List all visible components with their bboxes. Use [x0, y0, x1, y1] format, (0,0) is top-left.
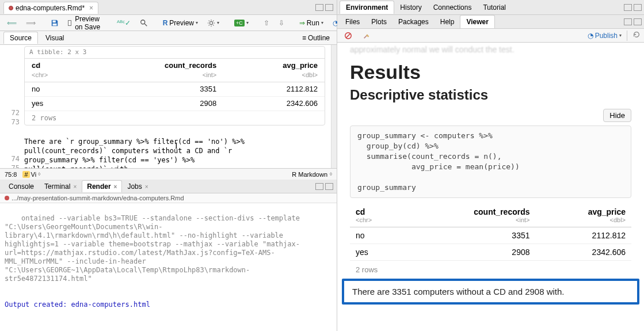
chevron-icon[interactable]: ◊ — [38, 172, 40, 177]
tab-jobs[interactable]: Jobs× — [122, 180, 153, 192]
find-button[interactable] — [136, 17, 151, 29]
svg-line-12 — [213, 20, 214, 21]
viewer-body[interactable]: approximately normal we will conduct the… — [337, 43, 644, 331]
forward-button[interactable]: ⟹ — [22, 17, 39, 29]
outline-button[interactable]: ≡ Outline — [299, 32, 333, 44]
viewer-table: cd<chr> count_records<int> avg_price<dbl… — [350, 204, 631, 261]
tab-plots[interactable]: Plots — [365, 16, 393, 28]
cutoff-text: approximately normal we will conduct the… — [346, 43, 635, 56]
refresh-button[interactable] — [632, 31, 641, 40]
viewer-h1: Results — [350, 61, 631, 83]
chunk-icon: +C — [234, 20, 245, 26]
run-button[interactable]: ⇒ Run ▾ — [296, 17, 327, 29]
save-icon — [51, 19, 59, 27]
console-tab-strip: Console Terminal× Render× Jobs× — [0, 180, 337, 193]
broom-button[interactable] — [359, 30, 374, 41]
svg-rect-0 — [53, 20, 56, 22]
clear-viewer-button[interactable] — [341, 30, 356, 41]
minimize-icon[interactable] — [315, 183, 323, 190]
source-tab[interactable]: Source — [3, 32, 38, 44]
nav-next-button[interactable]: ⇩ — [275, 17, 288, 29]
minimize-icon[interactable] — [315, 4, 323, 11]
tab-terminal[interactable]: Terminal× — [39, 180, 82, 192]
svg-point-4 — [209, 21, 212, 24]
table-row: yes29082342.606 — [350, 244, 631, 261]
chevron-down-icon: ▾ — [217, 20, 219, 25]
close-icon[interactable]: × — [73, 184, 77, 190]
hide-code-button[interactable]: Hide — [603, 109, 631, 122]
editor-statusbar: 75:8 # Vi ◊ R Markdown ◊ — [0, 168, 337, 180]
viewer-code-block: group_summary <- computers %>% group_by(… — [350, 125, 631, 198]
file-tab-label: edna-computers.Rmd* — [16, 4, 85, 12]
knit-settings-button[interactable]: ▾ — [204, 17, 223, 29]
back-button[interactable]: ⟸ — [3, 17, 20, 29]
file-tab[interactable]: edna-computers.Rmd* × — [3, 2, 98, 14]
viewer-toolbar: ◔ Publish ▾ — [337, 29, 644, 43]
maximize-icon[interactable] — [325, 183, 333, 190]
tab-console[interactable]: Console — [3, 180, 39, 192]
visual-tab[interactable]: Visual — [39, 32, 70, 44]
nav-prev-button[interactable]: ⇧ — [260, 17, 273, 29]
insert-chunk-button[interactable]: +C ▾ — [231, 18, 252, 28]
text-cursor-icon: I — [175, 142, 178, 151]
chunk-output-tibble: A tibble: 2 x 3 cd<chr> count_records<in… — [24, 46, 325, 125]
render-path-bar: .../may-presentation-summit-markdown/edn… — [0, 193, 337, 203]
preview-on-save-button[interactable]: Preview on Save — [64, 13, 105, 33]
line-gutter: 72 73 74 ▾ 75 — [0, 45, 24, 168]
editor-body[interactable]: 72 73 74 ▾ 75 A tibble: 2 x 3 cd<chr> co… — [0, 45, 337, 168]
tab-render[interactable]: Render× — [82, 180, 122, 192]
tibble-table: cd<chr> count_records<int> avg_price<dbl… — [25, 58, 325, 111]
file-type-label[interactable]: R Markdown — [292, 171, 327, 178]
publish-icon: ◔ — [588, 32, 593, 40]
editor-toolbar: ⟸ ⟹ Preview on Save ᴬᴮᶜ✓ R Preview ▾ ▾ +… — [0, 15, 337, 31]
scrollbar[interactable] — [331, 45, 337, 168]
chevron-down-icon: ▾ — [619, 33, 622, 38]
svg-point-2 — [140, 20, 144, 24]
gear-icon — [207, 19, 215, 27]
rmd-dot-icon — [5, 196, 9, 200]
chevron-icon[interactable]: ◊ — [330, 172, 332, 177]
chevron-down-icon: ▾ — [321, 20, 323, 25]
broom-icon — [363, 32, 371, 40]
table-row: no33512112.812 — [350, 227, 631, 244]
tab-history[interactable]: History — [394, 1, 427, 14]
close-icon[interactable]: × — [114, 184, 117, 190]
preview-button[interactable]: R Preview ▾ — [159, 17, 201, 29]
refresh-icon — [632, 31, 641, 39]
chunk-badge[interactable]: # — [22, 171, 29, 178]
tab-help[interactable]: Help — [435, 16, 460, 28]
svg-line-11 — [209, 25, 209, 25]
svg-line-10 — [213, 25, 214, 25]
console-output[interactable]: ontained --variable bs3=TRUE --standalon… — [0, 203, 337, 331]
run-arrow-icon: ⇒ — [299, 19, 305, 27]
tab-environment[interactable]: Environment — [340, 1, 394, 14]
publish-button[interactable]: ◔ Publish ▾ — [588, 32, 622, 40]
chevron-down-icon: ▾ — [196, 20, 198, 25]
checkbox-icon — [68, 20, 71, 26]
tab-files[interactable]: Files — [340, 16, 365, 28]
tab-packages[interactable]: Packages — [393, 16, 435, 28]
save-button[interactable] — [47, 17, 62, 29]
tab-viewer[interactable]: Viewer — [460, 15, 494, 28]
render-path: .../may-presentation-summit-markdown/edn… — [12, 195, 184, 201]
viewer-h2: Descriptive statistics — [350, 87, 631, 103]
maximize-icon[interactable] — [325, 4, 333, 11]
minimize-icon[interactable] — [624, 4, 632, 11]
maximize-icon[interactable] — [634, 4, 642, 11]
r-logo-icon: R — [163, 19, 168, 27]
svg-line-14 — [346, 33, 350, 37]
tab-connections[interactable]: Connections — [428, 1, 478, 14]
tab-tutorial[interactable]: Tutorial — [477, 1, 512, 14]
search-icon — [140, 19, 148, 27]
close-icon[interactable]: × — [145, 184, 148, 190]
env-tab-strip: Environment History Connections Tutorial — [337, 0, 644, 15]
editor-tab-strip: edna-computers.Rmd* × — [0, 0, 337, 15]
table-row: no33512112.812 — [25, 82, 325, 97]
viewer-table-foot: 2 rows — [346, 264, 635, 275]
minimize-icon[interactable] — [624, 18, 632, 25]
maximize-icon[interactable] — [634, 18, 642, 25]
editor-mode-tabs: Source Visual ≡ Outline — [0, 31, 337, 45]
close-icon[interactable]: × — [89, 4, 93, 12]
chevron-down-icon: ▾ — [246, 20, 249, 25]
spellcheck-button[interactable]: ᴬᴮᶜ✓ — [113, 17, 134, 29]
